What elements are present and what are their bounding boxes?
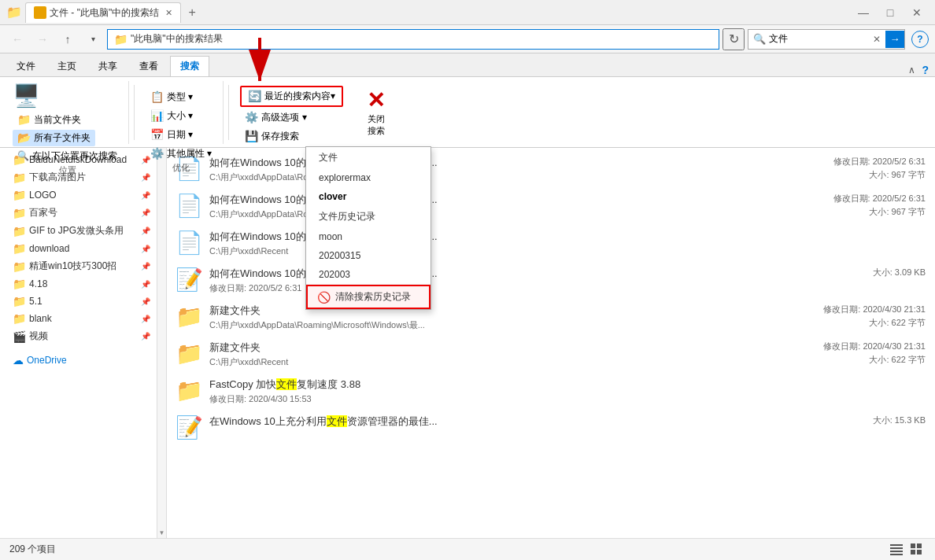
sidebar-item-3[interactable]: 📁 百家号 📌	[0, 204, 157, 222]
recent-locations-button[interactable]: ▾	[82, 28, 104, 50]
recent-item-202003[interactable]: 202003	[306, 265, 431, 284]
tab-file[interactable]: 文件	[6, 56, 46, 76]
file-meta-5: 修改日期: 2020/4/30 21:31 大小: 622 字节	[784, 341, 926, 367]
all-subfolders-button[interactable]: 📂 所有子文件夹	[13, 130, 95, 146]
addr-folder-icon: 📁	[114, 33, 128, 46]
sidebar-item-4[interactable]: 📁 GIF to JPG发微头条用 📌	[0, 222, 157, 240]
status-bar-right	[888, 541, 926, 558]
up-button[interactable]: ↑	[57, 28, 79, 50]
other-props-button[interactable]: ⚙️ 其他属性 ▾	[146, 146, 216, 162]
sidebar-item-9[interactable]: 📁 blank 📌	[0, 310, 157, 327]
file-info-4: 新建文件夹 C:\用户\xxdd\AppData\Roaming\Microso…	[209, 304, 776, 331]
svg-rect-4	[890, 551, 903, 552]
file-path-4: C:\用户\xxdd\AppData\Roaming\Microsoft\Win…	[209, 319, 776, 331]
refresh-button[interactable]: ↻	[722, 28, 745, 50]
sidebar-item-8[interactable]: 📁 5.1 📌	[0, 293, 157, 310]
search-box[interactable]: 🔍 ✕ →	[748, 29, 905, 50]
ribbon-group-refine: 📋 类型 ▾ 📊 大小 ▾ 📅 日期 ▾ ⚙️ 其他属性 ▾ 优化	[139, 81, 224, 144]
onedrive-icon: ☁	[13, 354, 24, 367]
file-item-1[interactable]: 📄 如何在Windows 10的文件资源管理器中清除搜索... C:\用户\xx…	[167, 188, 935, 225]
date-filter-button[interactable]: 📅 日期 ▾	[146, 127, 216, 143]
clear-icon: 🚫	[317, 291, 331, 304]
type-filter-button[interactable]: 📋 类型 ▾	[146, 89, 216, 105]
ribbon-help-icon[interactable]: ?	[922, 64, 929, 76]
save-search-button[interactable]: 💾 保存搜索	[240, 128, 343, 145]
window-icon: 📁	[6, 5, 22, 20]
main-layout: 📁 BaiduNetdiskDownload 📌 📁 下载高清图片 📌 📁 LO…	[0, 148, 935, 538]
current-folder-button[interactable]: 📁 当前文件夹	[13, 112, 86, 128]
file-item-6[interactable]: 📁 FastCopy 加快文件复制速度 3.88 修改日期: 2020/4/30…	[167, 373, 935, 410]
file-path-3: 修改日期: 2020/5/2 6:31	[209, 282, 776, 294]
tab-folder-icon	[34, 6, 46, 19]
advanced-options-button[interactable]: ⚙️ 高级选项 ▾	[240, 109, 343, 126]
folder-icon-4: 📁	[13, 225, 26, 238]
sidebar-onedrive[interactable]: ☁ OneDrive	[0, 352, 157, 369]
file-item-3[interactable]: 📝 如何在Windows 10的文件资源管理器中清除搜索... 修改日期: 20…	[167, 262, 935, 299]
svg-rect-5	[890, 554, 903, 555]
file-name-4: 新建文件夹	[209, 304, 776, 318]
file-name-7: 在Windows 10上充分利用文件资源管理器的最佳...	[209, 414, 776, 429]
recent-item-moon[interactable]: moon	[306, 227, 431, 246]
tab-close-icon[interactable]: ✕	[165, 8, 172, 18]
search-again-button[interactable]: 🔍 在以下位置再次搜索	[13, 148, 122, 164]
sidebar-item-2[interactable]: 📁 LOGO 📌	[0, 186, 157, 204]
recent-item-file-history[interactable]: 文件历史记录	[306, 206, 431, 227]
search-input[interactable]	[769, 34, 873, 45]
save-search-icon: 💾	[245, 130, 258, 142]
file-item-5[interactable]: 📁 新建文件夹 C:\用户\xxdd\Recent 修改日期: 2020/4/3…	[167, 336, 935, 373]
this-pc-icon: 🖥️	[13, 83, 40, 109]
status-bar: 209 个项目	[0, 538, 935, 560]
tab-home[interactable]: 主页	[47, 56, 87, 76]
search-clear-icon[interactable]: ✕	[873, 34, 881, 45]
title-tab[interactable]: 文件 - "此电脑"中的搜索结 ✕	[25, 2, 181, 23]
clear-history-button[interactable]: 🚫 清除搜索历史记录	[306, 285, 431, 309]
new-tab-button[interactable]: +	[183, 3, 201, 22]
file-info-6: FastCopy 加快文件复制速度 3.88 修改日期: 2020/4/30 1…	[209, 378, 776, 405]
tab-search[interactable]: 搜索	[170, 56, 209, 76]
close-search-button[interactable]: ✕ 关闭搜索	[357, 81, 394, 144]
file-item-0[interactable]: 📄 如何在Windows 10的文件资源管理器中清除搜索... C:\用户\xx…	[167, 151, 935, 188]
tab-share[interactable]: 共享	[88, 56, 128, 76]
details-view-button[interactable]	[888, 541, 905, 558]
pin-icon-10: 📌	[141, 332, 150, 341]
file-path-2: C:\用户\xxdd\Recent	[209, 245, 776, 257]
file-name-3: 如何在Windows 10的文件资源管理器中清除搜索...	[209, 267, 776, 281]
forward-button[interactable]: →	[31, 28, 54, 50]
tab-view[interactable]: 查看	[129, 56, 168, 76]
breadcrumb-path: "此电脑"中的搜索结果	[131, 32, 223, 46]
recent-item-20200315[interactable]: 20200315	[306, 246, 431, 265]
sidebar-scroll-down[interactable]: ▼	[159, 529, 165, 536]
folder-search-icon: 📂	[17, 131, 31, 144]
file-icon-5: 📁	[176, 341, 201, 366]
address-box[interactable]: 📁 "此电脑"中的搜索结果	[107, 29, 719, 50]
close-button[interactable]: ✕	[905, 3, 929, 22]
sidebar-item-7[interactable]: 📁 4.18 📌	[0, 275, 157, 293]
sidebar-item-5[interactable]: 📁 download 📌	[0, 240, 157, 257]
file-icon-1: 📄	[176, 193, 201, 218]
sidebar-item-10[interactable]: 🎬 视频 📌	[0, 327, 157, 345]
size-filter-button[interactable]: 📊 大小 ▾	[146, 108, 216, 124]
recent-searches-dropdown: 文件 explorermax clover 文件历史记录 moon 202003…	[305, 146, 431, 310]
folder-icon-2: 📁	[13, 189, 26, 201]
search-go-button[interactable]: →	[885, 31, 904, 48]
large-icons-view-button[interactable]	[908, 541, 926, 558]
file-item-2[interactable]: 📄 如何在Windows 10的文件资源管理器中清除搜索... C:\用户\xx…	[167, 225, 935, 262]
file-item-7[interactable]: 📝 在Windows 10上充分利用文件资源管理器的最佳... 大小: 15.3…	[167, 410, 935, 444]
back-button[interactable]: ←	[6, 28, 28, 50]
file-icon-6: 📁	[176, 378, 201, 403]
file-meta-4: 修改日期: 2020/4/30 21:31 大小: 622 字节	[784, 304, 926, 330]
minimize-button[interactable]: —	[852, 3, 875, 22]
item-count: 209 个项目	[9, 543, 56, 556]
sidebar-item-6[interactable]: 📁 精通win10技巧300招 📌	[0, 257, 157, 275]
sidebar-scroll-area: ▲ ▼	[157, 148, 167, 538]
file-item-4[interactable]: 📁 新建文件夹 C:\用户\xxdd\AppData\Roaming\Micro…	[167, 299, 935, 336]
recent-item-file[interactable]: 文件	[306, 147, 431, 168]
maximize-button[interactable]: □	[878, 3, 902, 22]
help-button[interactable]: ?	[911, 31, 929, 48]
file-name-0: 如何在Windows 10的文件资源管理器中清除搜索...	[209, 156, 776, 170]
sidebar-item-1[interactable]: 📁 下载高清图片 📌	[0, 168, 157, 186]
ribbon-expand-icon[interactable]: ∧	[908, 64, 915, 76]
folder-icon-5: 📁	[13, 242, 26, 255]
recent-item-clover[interactable]: clover	[306, 187, 431, 206]
recent-item-explorermax[interactable]: explorermax	[306, 168, 431, 187]
